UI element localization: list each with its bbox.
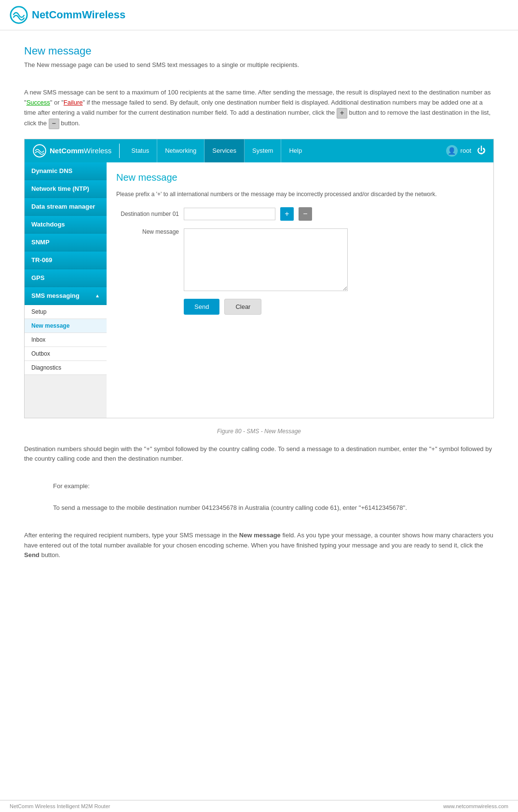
example-label: For example:: [53, 481, 494, 492]
destination-number-input[interactable]: [184, 208, 275, 220]
body-paragraph-1: A new SMS message can be sent to a maxim…: [24, 88, 494, 129]
plus-inline-icon: +: [337, 108, 347, 119]
example-detail: To send a message to the mobile destinat…: [53, 503, 494, 513]
new-message-row: New message: [116, 228, 484, 291]
message-textarea[interactable]: [184, 228, 348, 291]
netcomm-logo-icon: [10, 6, 28, 24]
intro-text: The New message page can be used to send…: [24, 61, 494, 68]
router-logo-icon: [32, 144, 47, 158]
sidebar-item-network-time[interactable]: Network time (NTP): [25, 180, 107, 198]
router-ui-screenshot: NetCommWireless Status Networking Servic…: [24, 139, 494, 418]
sidebar-item-watchdogs[interactable]: Watchdogs: [25, 216, 107, 234]
router-logo-text: NetCommWireless: [50, 146, 111, 155]
doc-footer: NetComm Wireless Intelligent M2M Router …: [0, 800, 518, 812]
username-label: root: [461, 147, 471, 154]
sidebar-item-data-stream[interactable]: Data stream manager: [25, 198, 107, 216]
router-sidebar: Dynamic DNS Network time (NTP) Data stre…: [25, 162, 107, 418]
body-paragraph-2: Destination numbers should begin with th…: [24, 444, 494, 465]
success-link: Success: [27, 99, 50, 106]
router-navbar: NetCommWireless Status Networking Servic…: [25, 139, 493, 162]
failure-link: Failure: [64, 99, 83, 106]
send-button[interactable]: Send: [184, 299, 219, 315]
action-buttons-row: Send Clear: [184, 299, 484, 315]
nav-item-help[interactable]: Help: [281, 139, 310, 162]
destination-number-row: Destination number 01 + −: [116, 207, 484, 221]
router-layout: Dynamic DNS Network time (NTP) Data stre…: [25, 162, 493, 418]
sidebar-subitem-inbox[interactable]: Inbox: [25, 333, 107, 347]
nav-item-system[interactable]: System: [245, 139, 281, 162]
sidebar-item-gps[interactable]: GPS: [25, 269, 107, 287]
body-paragraph-3: After entering the required recipient nu…: [24, 531, 494, 560]
sidebar-subitem-new-message[interactable]: New message: [25, 319, 107, 333]
router-logo: NetCommWireless: [32, 144, 120, 158]
root-badge: 👤 root: [446, 145, 471, 157]
new-message-bold: New message: [239, 532, 281, 539]
remove-destination-button[interactable]: −: [299, 207, 312, 221]
logo-text: NetCommWireless: [32, 9, 125, 21]
router-notice-text: Please prefix a '+' to all international…: [116, 190, 484, 199]
sidebar-subitem-outbox[interactable]: Outbox: [25, 347, 107, 361]
sidebar-subitem-setup[interactable]: Setup: [25, 305, 107, 319]
footer-left: NetComm Wireless Intelligent M2M Router: [10, 803, 110, 809]
router-nav-right: 👤 root ⏻: [446, 145, 486, 157]
router-main-content: New message Please prefix a '+' to all i…: [107, 162, 493, 418]
page-content: New message The New message page can be …: [0, 30, 518, 583]
clear-button[interactable]: Clear: [224, 299, 261, 315]
logout-icon[interactable]: ⏻: [477, 146, 486, 156]
router-nav-items: Status Networking Services System Help: [123, 139, 446, 162]
minus-inline-icon: −: [49, 119, 59, 129]
sms-submenu: Setup New message Inbox Outbox Diagnosti…: [25, 305, 107, 375]
chevron-up-icon: ▲: [95, 293, 100, 298]
sidebar-item-tr069[interactable]: TR-069: [25, 252, 107, 269]
send-bold: Send: [24, 551, 40, 559]
add-destination-button[interactable]: +: [280, 207, 294, 221]
footer-right: www.netcommwireless.com: [443, 803, 508, 809]
figure-caption: Figure 80 - SMS - New Message: [24, 428, 494, 435]
page-title: New message: [24, 45, 494, 57]
message-label: New message: [116, 228, 179, 235]
nav-item-services[interactable]: Services: [204, 139, 245, 162]
sidebar-item-snmp[interactable]: SNMP: [25, 234, 107, 252]
example-block: For example: To send a message to the mo…: [53, 481, 494, 513]
doc-header: NetCommWireless: [0, 0, 518, 30]
sidebar-item-dynamic-dns[interactable]: Dynamic DNS: [25, 162, 107, 180]
logo: NetCommWireless: [10, 6, 125, 24]
nav-item-status[interactable]: Status: [123, 139, 157, 162]
sms-messaging-label: SMS messaging: [31, 292, 80, 299]
sidebar-item-sms-messaging[interactable]: SMS messaging ▲: [25, 287, 107, 305]
nav-item-networking[interactable]: Networking: [157, 139, 204, 162]
destination-number-label: Destination number 01: [116, 211, 179, 217]
sidebar-subitem-diagnostics[interactable]: Diagnostics: [25, 361, 107, 375]
router-page-title: New message: [116, 172, 484, 183]
user-icon: 👤: [446, 145, 458, 157]
